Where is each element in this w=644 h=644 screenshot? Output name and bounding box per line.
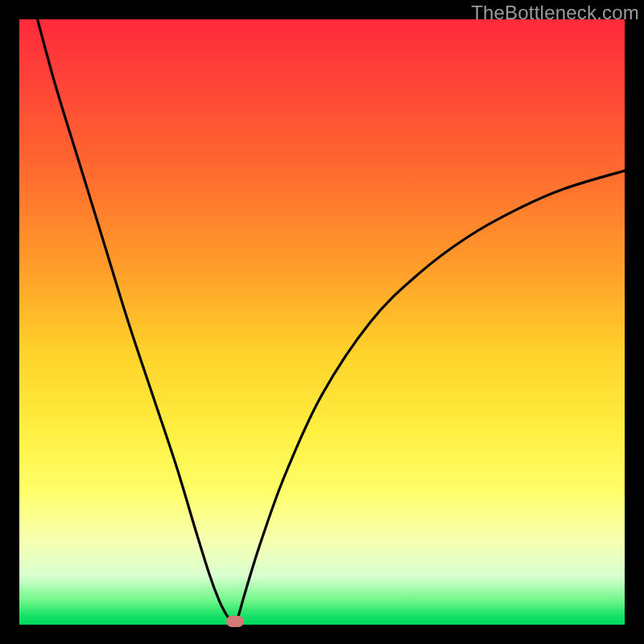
plot-area <box>19 19 625 625</box>
minimum-marker <box>226 616 244 627</box>
chart-frame: TheBottleneck.com <box>0 0 644 644</box>
watermark-text: TheBottleneck.com <box>471 2 639 24</box>
bottleneck-curve <box>19 19 625 625</box>
